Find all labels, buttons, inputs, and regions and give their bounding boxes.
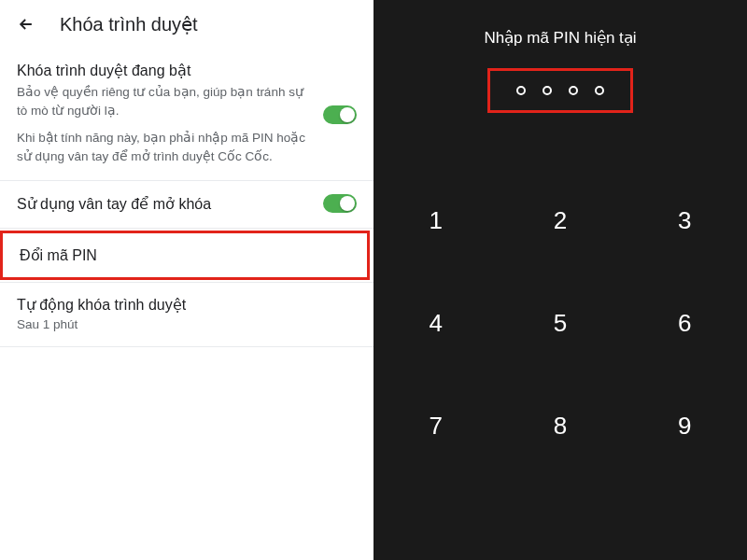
pin-dot bbox=[569, 86, 578, 95]
key-2[interactable]: 2 bbox=[498, 169, 622, 272]
settings-panel: Khóa trình duyệt Khóa trình duyệt đang b… bbox=[0, 0, 374, 560]
browser-lock-toggle[interactable] bbox=[323, 105, 357, 124]
key-9[interactable]: 9 bbox=[623, 374, 747, 477]
auto-lock-row[interactable]: Tự động khóa trình duyệt Sau 1 phút bbox=[0, 283, 374, 346]
pin-dots-highlight bbox=[487, 68, 633, 113]
back-arrow-icon[interactable] bbox=[15, 13, 37, 35]
pin-dot bbox=[595, 86, 604, 95]
auto-lock-value: Sau 1 phút bbox=[17, 317, 357, 331]
browser-lock-section: Khóa trình duyệt đang bật Bảo vệ quyền r… bbox=[0, 49, 374, 181]
key-5[interactable]: 5 bbox=[498, 272, 622, 374]
lock-desc1: Bảo vệ quyền riêng tư của bạn, giúp bạn … bbox=[17, 83, 308, 119]
fingerprint-section[interactable]: Sử dụng vân tay để mở khóa bbox=[0, 181, 374, 229]
key-8[interactable]: 8 bbox=[498, 374, 622, 477]
key-1[interactable]: 1 bbox=[374, 169, 498, 272]
fingerprint-label: Sử dụng vân tay để mở khóa bbox=[17, 195, 312, 213]
change-pin-label: Đổi mã PIN bbox=[20, 246, 350, 264]
lock-desc2: Khi bật tính năng này, bạn phải nhập mã … bbox=[17, 129, 308, 165]
pin-panel: Nhập mã PIN hiện tại 1 2 3 4 5 6 7 8 9 bbox=[374, 0, 747, 560]
auto-lock-label: Tự động khóa trình duyệt bbox=[17, 296, 357, 314]
page-title: Khóa trình duyệt bbox=[60, 13, 198, 35]
key-7[interactable]: 7 bbox=[374, 374, 498, 477]
key-6[interactable]: 6 bbox=[623, 272, 747, 374]
pin-prompt: Nhập mã PIN hiện tại bbox=[484, 28, 636, 48]
header: Khóa trình duyệt bbox=[0, 0, 374, 49]
change-pin-row[interactable]: Đổi mã PIN bbox=[0, 231, 370, 280]
fingerprint-toggle[interactable] bbox=[323, 194, 357, 213]
key-3[interactable]: 3 bbox=[623, 169, 747, 272]
pin-dot bbox=[543, 86, 552, 95]
pin-dot bbox=[516, 86, 526, 95]
key-4[interactable]: 4 bbox=[374, 272, 498, 374]
lock-title: Khóa trình duyệt đang bật bbox=[17, 62, 308, 79]
pin-dots bbox=[516, 86, 604, 95]
keypad: 1 2 3 4 5 6 7 8 9 bbox=[374, 169, 747, 477]
